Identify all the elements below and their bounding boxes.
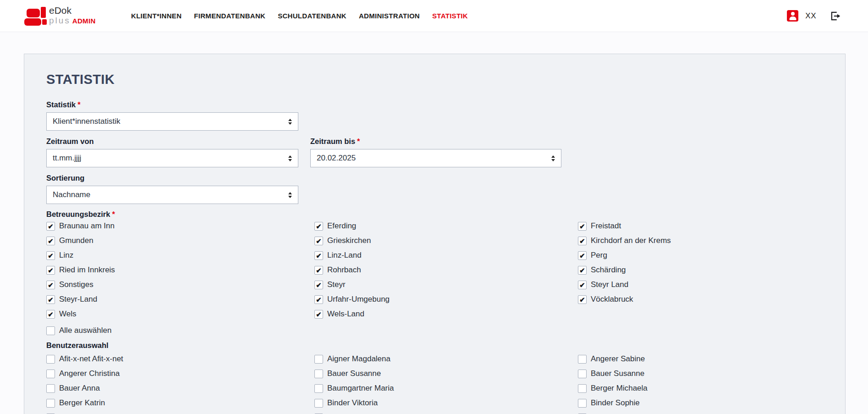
logo-block-icon: [41, 7, 46, 18]
district-checkbox-item[interactable]: Wels-Land: [314, 307, 578, 321]
user-checkbox-item[interactable]: Baumgartner Maria: [314, 381, 578, 396]
user-checkbox-item[interactable]: Berger Katrin: [46, 396, 314, 410]
user-checkbox-item[interactable]: Binder Sophie: [578, 396, 823, 410]
checkbox[interactable]: [314, 222, 323, 231]
user-checkbox-item[interactable]: Bauer Susanne: [314, 366, 578, 381]
district-checkbox-item[interactable]: Grieskirchen: [314, 233, 578, 248]
district-checkbox-item[interactable]: Rohrbach: [314, 263, 578, 277]
sortierung-select[interactable]: Nachname: [46, 186, 298, 204]
checkbox[interactable]: [46, 251, 55, 260]
district-checkbox-item[interactable]: Perg: [578, 248, 823, 263]
checkbox[interactable]: [578, 266, 587, 275]
checkbox[interactable]: [46, 384, 55, 393]
statistik-select[interactable]: Klient*innenstatistik: [46, 112, 298, 131]
user-icon[interactable]: [787, 10, 798, 22]
logo-block-icon: [24, 18, 41, 26]
checkbox[interactable]: [314, 266, 323, 275]
user-checkbox-item[interactable]: Binder Viktoria: [314, 396, 578, 410]
checkbox[interactable]: [578, 295, 587, 304]
user-initials: XX: [805, 11, 816, 21]
district-checkbox-item[interactable]: Sonstiges: [46, 277, 314, 292]
user-checkbox-item[interactable]: Angerer Christina: [46, 366, 314, 381]
nav-item[interactable]: FIRMENDATENBANK: [194, 12, 265, 20]
checkbox[interactable]: [578, 222, 587, 231]
checkbox[interactable]: [46, 266, 55, 275]
required-asterisk: *: [77, 100, 80, 109]
checkbox[interactable]: [314, 384, 323, 393]
district-checkbox-item[interactable]: Linz-Land: [314, 248, 578, 263]
select-all-checkbox-item[interactable]: Alle auswählen: [46, 323, 823, 338]
nav-item[interactable]: SCHULDATENBANK: [278, 12, 346, 20]
user-checkbox-item[interactable]: Afit-x-net Afit-x-net: [46, 352, 314, 366]
district-checkbox-item[interactable]: Braunau am Inn: [46, 219, 314, 233]
required-asterisk: *: [357, 137, 360, 145]
user-checkbox-item[interactable]: Bauer Susanne: [578, 366, 823, 381]
district-checkbox-item[interactable]: Gmunden: [46, 233, 314, 248]
checkbox[interactable]: [46, 355, 55, 364]
checkbox[interactable]: [578, 355, 587, 364]
checkbox[interactable]: [46, 399, 55, 408]
checkbox-label: Wels-Land: [327, 309, 364, 319]
checkbox[interactable]: [578, 370, 587, 378]
district-checkbox-item[interactable]: Linz: [46, 248, 314, 263]
user-checkbox-item[interactable]: Aigner Magdalena: [314, 352, 578, 366]
checkbox[interactable]: [46, 295, 55, 304]
district-checkbox-item[interactable]: Vöcklabruck: [578, 292, 823, 307]
checkbox[interactable]: [314, 295, 323, 304]
checkbox[interactable]: [578, 384, 587, 393]
select-all-checkbox[interactable]: [46, 326, 55, 335]
checkbox[interactable]: [578, 281, 587, 289]
district-checkbox-item[interactable]: Kirchdorf an der Krems: [578, 233, 823, 248]
select-value: Nachname: [53, 190, 90, 199]
checkbox[interactable]: [314, 355, 323, 364]
district-checkbox-item[interactable]: Urfahr-Umgebung: [314, 292, 578, 307]
user-checkbox-item[interactable]: Berger Michaela: [578, 381, 823, 396]
zeitraum-von-label: Zeitraum von: [46, 137, 298, 146]
nav-item[interactable]: ADMINISTRATION: [359, 12, 420, 20]
checkbox[interactable]: [46, 310, 55, 319]
checkbox[interactable]: [46, 237, 55, 245]
checkbox[interactable]: [46, 370, 55, 378]
checkbox-label: Steyr-Land: [59, 295, 97, 304]
nav-item[interactable]: STATISTIK: [432, 12, 468, 20]
user-checkbox-item[interactable]: Angerer Sabine: [578, 352, 823, 366]
district-checkbox-item[interactable]: Freistadt: [578, 219, 823, 233]
checkbox[interactable]: [314, 310, 323, 319]
checkbox[interactable]: [314, 281, 323, 289]
logo-admin-badge: ADMIN: [72, 17, 96, 25]
zeitraum-bis-select[interactable]: 20.02.2025: [310, 149, 561, 167]
checkbox[interactable]: [46, 281, 55, 289]
district-checkbox-item[interactable]: Ried im Innkreis: [46, 263, 314, 277]
checkbox[interactable]: [46, 222, 55, 231]
district-checkbox-item[interactable]: Steyr-Land: [46, 292, 314, 307]
checkbox-label: Kirchdorf an der Krems: [591, 236, 671, 245]
user-checkbox-item[interactable]: Branstaller Claudia: [578, 410, 823, 414]
app-logo[interactable]: eDok plusADMIN: [24, 5, 93, 28]
field-group-zeitraum-bis: Zeitraum bis* 20.02.2025: [310, 137, 561, 167]
checkbox-label: Perg: [591, 251, 607, 260]
user-checkbox-item[interactable]: Brunner Claudia: [46, 410, 314, 414]
district-checkbox-item[interactable]: Steyr Land: [578, 277, 823, 292]
district-checkbox-item[interactable]: Steyr: [314, 277, 578, 292]
checkbox[interactable]: [314, 237, 323, 245]
checkbox[interactable]: [578, 251, 587, 260]
checkbox[interactable]: [314, 251, 323, 260]
district-checkbox-item[interactable]: Eferding: [314, 219, 578, 233]
checkbox[interactable]: [578, 237, 587, 245]
zeitraum-von-select[interactable]: tt.mm.jjjj: [46, 149, 298, 167]
select-value: tt.mm.jjjj: [53, 154, 81, 163]
user-checkbox-item[interactable]: Bauer Anna: [46, 381, 314, 396]
checkbox[interactable]: [578, 399, 587, 408]
checkbox[interactable]: [314, 370, 323, 378]
nav-item[interactable]: KLIENT*INNEN: [131, 12, 181, 20]
district-checkbox-item[interactable]: Wels: [46, 307, 314, 321]
checkbox-label: Ried im Innkreis: [59, 265, 115, 275]
district-checkbox-item[interactable]: Schärding: [578, 263, 823, 277]
checkbox[interactable]: [314, 399, 323, 408]
checkbox-label: Steyr Land: [591, 280, 628, 289]
logout-icon[interactable]: [830, 10, 841, 22]
betreuungsbezirk-label: Betreuungsbezirk*: [46, 210, 823, 219]
logo-text: eDok plusADMIN: [49, 6, 96, 26]
benutzerauswahl-grid: Afit-x-net Afit-x-net Aigner Magdalena A…: [46, 352, 823, 414]
user-checkbox-item[interactable]: Branstaller Sarah: [314, 410, 578, 414]
